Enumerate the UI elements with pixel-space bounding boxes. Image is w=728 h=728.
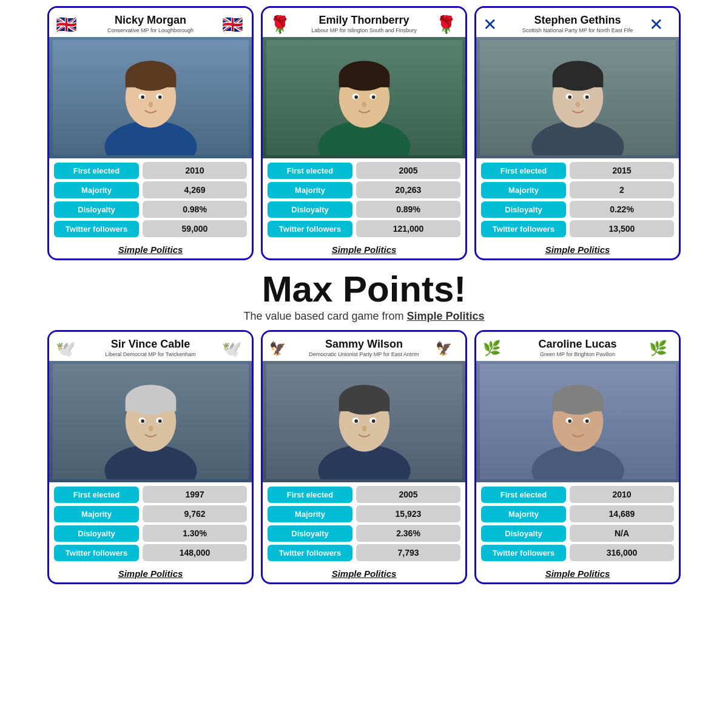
card-subtitle-nicky-morgan: Conservative MP for Loughborough [79,27,221,33]
svg-point-75 [568,419,571,423]
stat-row-twitter-emily-thornberry: Twitter followers 121,000 [268,220,460,237]
svg-point-51 [148,426,153,432]
stat-value-majority-nicky-morgan: 4,269 [143,181,247,198]
svg-rect-20 [339,76,389,87]
svg-text:🌹: 🌹 [269,15,291,35]
stat-row-disloyalty-emily-thornberry: Disloyalty 0.89% [268,201,460,218]
stat-row-first-elected-caroline-lucas: First elected 2010 [481,486,674,503]
svg-text:🕊️: 🕊️ [56,339,76,359]
card-stephen-gethins: ✕ Stephen Gethins Scottish National Part… [474,6,681,260]
stat-label-majority-stephen-gethins: Majority [481,182,566,198]
party-icon-left-emily-thornberry: 🌹 [269,12,293,36]
svg-text:🇬🇧: 🇬🇧 [56,15,77,35]
party-icon-left-nicky-morgan: 🇬🇧 [55,12,79,36]
card-footer-nicky-morgan: Simple Politics [49,240,252,258]
page-wrapper: 🇬🇧 Nicky Morgan Conservative MP for Loug… [0,0,728,728]
svg-point-36 [568,95,571,99]
svg-point-62 [354,419,358,423]
card-subtitle-caroline-lucas: Green MP for Brighton Pavilion [507,351,649,357]
stat-row-first-elected-emily-thornberry: First elected 2005 [268,162,460,179]
card-footer-emily-thornberry: Simple Politics [263,240,465,258]
stat-label-majority-sammy-wilson: Majority [268,506,352,522]
svg-text:🦅: 🦅 [436,340,453,357]
stat-value-majority-emily-thornberry: 20,263 [356,181,460,198]
svg-text:🌿: 🌿 [649,339,667,357]
card-sammy-wilson: 🦅 Sammy Wilson Democratic Unionist Party… [261,330,467,584]
svg-point-10 [141,95,144,99]
svg-text:🇬🇧: 🇬🇧 [222,15,243,35]
svg-point-76 [585,419,588,423]
svg-rect-7 [125,76,176,87]
card-sir-vince-cable: 🕊️ Sir Vince Cable Liberal Democrat MP f… [47,330,254,584]
svg-point-49 [141,419,144,423]
bottom-cards-row: 🕊️ Sir Vince Cable Liberal Democrat MP f… [6,330,722,584]
svg-rect-33 [552,76,603,87]
stat-row-majority-emily-thornberry: Majority 20,263 [268,181,460,198]
svg-text:✕: ✕ [483,15,497,34]
card-stats-nicky-morgan: First elected 2010 Majority 4,269 Disloy… [49,158,252,240]
stat-value-disloyalty-nicky-morgan: 0.98% [143,201,247,218]
stat-value-twitter-sammy-wilson: 7,793 [356,544,460,561]
card-header-emily-thornberry: 🌹 Emily Thornberry Labour MP for Islingt… [263,8,465,37]
stat-row-first-elected-sir-vince-cable: First elected 1997 [54,486,247,503]
card-header-caroline-lucas: 🌿 Caroline Lucas Green MP for Brighton P… [476,332,679,361]
svg-point-24 [371,95,375,99]
stat-label-first-elected-sir-vince-cable: First elected [54,487,139,503]
stat-value-first-elected-sir-vince-cable: 1997 [143,486,247,503]
party-icon-right-sir-vince-cable: 🕊️ [221,335,246,360]
svg-text:🦅: 🦅 [269,340,286,357]
stat-row-twitter-stephen-gethins: Twitter followers 13,500 [481,220,674,237]
card-name-stephen-gethins: Stephen Gethins [507,14,649,27]
stat-value-disloyalty-emily-thornberry: 0.89% [356,201,460,218]
card-stats-stephen-gethins: First elected 2015 Majority 2 Disloyalty… [476,158,679,240]
stat-value-first-elected-nicky-morgan: 2010 [143,162,247,179]
stat-value-twitter-stephen-gethins: 13,500 [570,220,674,237]
stat-value-majority-sir-vince-cable: 9,762 [143,505,247,522]
card-header-sir-vince-cable: 🕊️ Sir Vince Cable Liberal Democrat MP f… [49,332,252,361]
stat-row-disloyalty-caroline-lucas: Disloyalty N/A [481,525,674,542]
card-photo-emily-thornberry [263,37,465,158]
party-icon-right-stephen-gethins: ✕ [649,12,673,36]
stat-value-disloyalty-caroline-lucas: N/A [570,525,674,542]
svg-point-38 [575,102,580,108]
stat-label-majority-caroline-lucas: Majority [481,506,566,522]
page-title: Max Points! [243,271,484,308]
stat-label-disloyalty-caroline-lucas: Disloyalty [481,525,566,542]
stat-row-majority-caroline-lucas: Majority 14,689 [481,505,674,522]
stat-label-first-elected-sammy-wilson: First elected [268,487,352,503]
card-caroline-lucas: 🌿 Caroline Lucas Green MP for Brighton P… [474,330,681,584]
party-icon-left-caroline-lucas: 🌿 [482,335,507,360]
card-photo-caroline-lucas [476,361,679,482]
svg-text:🌿: 🌿 [483,339,501,357]
card-stats-sir-vince-cable: First elected 1997 Majority 9,762 Disloy… [49,482,252,564]
stat-label-disloyalty-emily-thornberry: Disloyalty [268,201,352,218]
card-emily-thornberry: 🌹 Emily Thornberry Labour MP for Islingt… [261,6,467,260]
stat-label-twitter-sir-vince-cable: Twitter followers [54,545,139,561]
stat-label-twitter-emily-thornberry: Twitter followers [268,221,352,237]
stat-row-disloyalty-sammy-wilson: Disloyalty 2.36% [268,525,460,542]
stat-value-disloyalty-sammy-wilson: 2.36% [356,525,460,542]
party-icon-left-sir-vince-cable: 🕊️ [55,335,79,360]
party-icon-right-sammy-wilson: 🦅 [435,335,459,360]
svg-text:✕: ✕ [649,15,663,34]
svg-rect-59 [339,400,389,411]
stat-label-twitter-caroline-lucas: Twitter followers [481,545,566,561]
svg-point-25 [362,102,366,108]
stat-row-disloyalty-stephen-gethins: Disloyalty 0.22% [481,201,674,218]
stat-value-disloyalty-sir-vince-cable: 1.30% [143,525,247,542]
stat-label-disloyalty-sammy-wilson: Disloyalty [268,525,352,542]
svg-rect-72 [552,400,603,411]
stat-label-twitter-sammy-wilson: Twitter followers [268,545,352,561]
svg-point-63 [371,419,375,423]
stat-value-twitter-sir-vince-cable: 148,000 [143,544,247,561]
card-subtitle-emily-thornberry: Labour MP for Islington South and Finsbu… [293,27,435,33]
card-footer-caroline-lucas: Simple Politics [476,564,679,582]
svg-text:🌹: 🌹 [436,15,457,35]
top-cards-row: 🇬🇧 Nicky Morgan Conservative MP for Loug… [6,6,722,260]
party-icon-left-sammy-wilson: 🦅 [269,335,293,360]
card-header-sammy-wilson: 🦅 Sammy Wilson Democratic Unionist Party… [263,332,465,361]
card-name-emily-thornberry: Emily Thornberry [293,14,435,27]
card-subtitle-sammy-wilson: Democratic Unionist Party MP for East An… [293,351,435,357]
card-name-sir-vince-cable: Sir Vince Cable [79,338,221,351]
card-subtitle-stephen-gethins: Scottish National Party MP for North Eas… [507,27,649,33]
